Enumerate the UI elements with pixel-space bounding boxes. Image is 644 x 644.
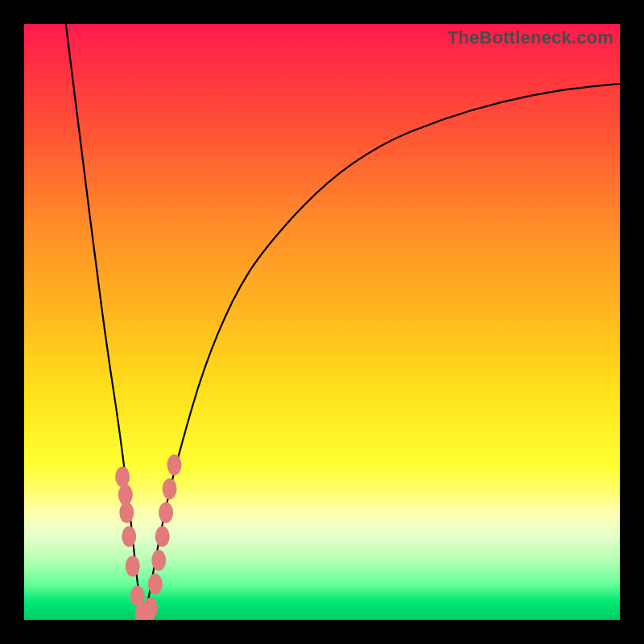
curve-layer (24, 24, 620, 620)
bead (130, 585, 145, 606)
bead (126, 555, 140, 576)
bead (155, 526, 170, 547)
bead (122, 526, 136, 547)
chart-frame: TheBottleneck.com (0, 0, 644, 644)
bead (159, 502, 173, 523)
bead (143, 597, 158, 618)
bead (163, 478, 177, 499)
plot-area: TheBottleneck.com (24, 24, 620, 620)
bead (167, 455, 182, 476)
bead (118, 485, 133, 506)
bead (151, 550, 166, 571)
bead (119, 502, 134, 523)
bottleneck-curve (66, 24, 620, 613)
bead (148, 574, 163, 595)
bead (115, 466, 130, 487)
